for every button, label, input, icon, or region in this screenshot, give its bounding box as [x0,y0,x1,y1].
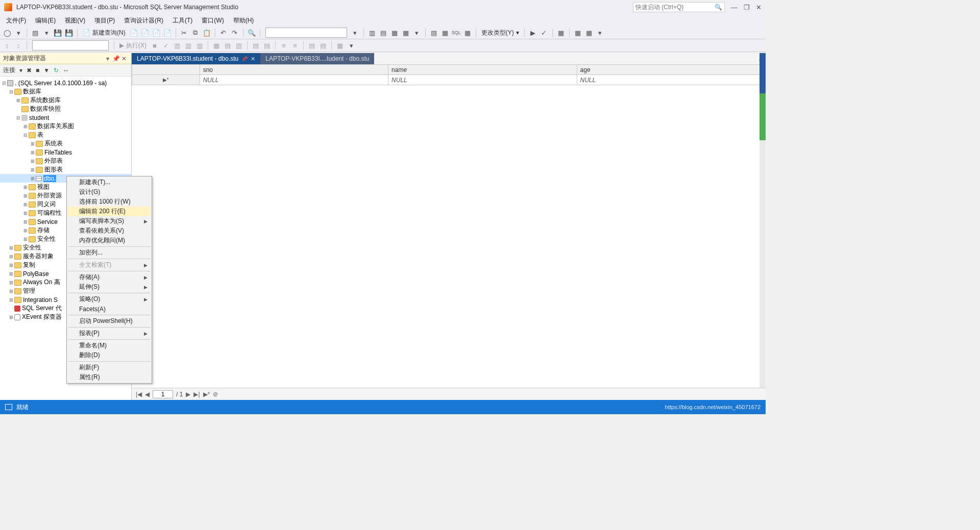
tree-student-db[interactable]: ⊟student [0,113,131,122]
pin-icon[interactable]: 📌 [241,56,248,62]
ctx-properties[interactable]: 属性(R) [68,372,151,382]
show-results-icon[interactable]: ▦ [462,28,473,38]
menu-file[interactable]: 文件(F) [6,16,26,25]
menu-view[interactable]: 视图(V) [65,16,85,25]
ctx-policies[interactable]: 策略(O)▶ [68,294,151,304]
col-name[interactable]: name [388,65,577,75]
undo-icon[interactable]: ↶ [218,28,229,38]
nav-next-icon[interactable]: ▶ [186,391,190,398]
search-icon[interactable]: 🔍 [715,4,722,11]
filter-icon[interactable]: ▼ [43,67,50,74]
panel-dropdown-icon[interactable]: ▾ [104,55,112,62]
tree-graph-tables[interactable]: ⊞图形表 [0,165,131,174]
mdx-query-icon[interactable]: 📄 [140,28,150,38]
ctx-view-deps[interactable]: 查看依赖关系(V) [68,226,151,236]
nav-back-icon[interactable]: ◯ [2,28,12,38]
db-engine-query-icon[interactable]: 📄 [129,28,139,38]
add-group-icon[interactable]: ▦ [556,28,566,38]
minimize-button[interactable]: — [731,4,738,11]
connect-label[interactable]: 连接 [3,66,15,74]
tab-inactive[interactable]: LAPTOP-VKP6B33I....tudent - dbo.stu [260,53,374,64]
ctx-storage[interactable]: 存储(A)▶ [68,272,151,282]
cut-icon[interactable]: ✂ [179,28,189,38]
sql-pane-icon[interactable]: ▦ [389,28,400,38]
restore-button[interactable]: ❐ [744,4,750,11]
show-grid-icon[interactable]: ▦ [440,28,450,38]
show-sql-icon[interactable]: SQL [451,28,461,38]
paste-icon[interactable]: 📋 [202,28,212,38]
run-sql-icon[interactable]: ▶ [528,28,538,38]
tree-server-root[interactable]: ⊟. (SQL Server 14.0.1000.169 - sa) [0,79,131,87]
vertical-scroll-strip[interactable] [760,53,766,388]
tree-db-snapshots[interactable]: 数据库快照 [0,105,131,113]
col-sno[interactable]: sno [200,65,388,75]
ctx-new-table[interactable]: 新建表(T)... [68,178,151,187]
show-diagram-icon[interactable]: ▧ [429,28,439,38]
open-icon[interactable]: ▾ [41,28,52,38]
nav-first-icon[interactable]: |◀ [136,391,142,398]
refresh-icon[interactable]: ↻ [54,67,59,74]
ctx-stretch[interactable]: 延伸(S)▶ [68,282,151,292]
menu-window[interactable]: 窗口(W) [202,16,224,25]
ctx-refresh[interactable]: 刷新(F) [68,363,151,372]
panel-close-icon[interactable]: ✕ [120,55,128,62]
connect-dropdown-icon[interactable]: ▾ [19,67,22,74]
sync-icon[interactable]: ↔ [63,67,69,74]
save-icon[interactable]: 💾 [64,28,74,38]
data-grid[interactable]: sno name age ▶* NULL NULL NULL [132,64,766,85]
ctx-powershell[interactable]: 启动 PowerShell(H) [68,316,151,326]
nav-fwd-icon[interactable]: ▾ [13,28,23,38]
tree-file-tables[interactable]: ⊞FileTables [0,148,131,157]
nav-new-icon[interactable]: ▶* [203,391,210,398]
toolbar2-overflow-icon[interactable]: ▾ [346,40,356,51]
ctx-reports[interactable]: 报表(P)▶ [68,329,151,338]
save-all-icon[interactable]: 💾 [53,28,63,38]
menu-help[interactable]: 帮助(H) [233,16,254,25]
diagram-pane-icon[interactable]: ▥ [367,28,377,38]
ctx-rename[interactable]: 重命名(M) [68,341,151,350]
tab-close-icon[interactable]: ✕ [251,56,255,62]
nav-cancel-icon[interactable]: ⊘ [213,391,218,398]
nav-prev-icon[interactable]: ◀ [145,391,150,398]
criteria-pane-icon[interactable]: ▤ [378,28,388,38]
ctx-script-table[interactable]: 编写表脚本为(S)▶ [68,216,151,226]
tree-external-tables[interactable]: ⊞外部表 [0,157,131,165]
menu-tools[interactable]: 工具(T) [173,16,192,25]
xmla-query-icon[interactable]: 📄 [162,28,173,38]
tree-sys-databases[interactable]: ⊞系统数据库 [0,96,131,105]
results-pane-icon[interactable]: ▦ [401,28,411,38]
nav-position-input[interactable] [153,390,173,398]
ctx-design[interactable]: 设计(G) [68,187,151,197]
menu-query-designer[interactable]: 查询设计器(R) [124,16,163,25]
tree-databases[interactable]: ⊟数据库 [0,87,131,96]
ctx-delete[interactable]: 删除(D) [68,350,151,360]
tab-active[interactable]: LAPTOP-VKP6B33I.student - dbo.stu 📌 ✕ [132,53,260,64]
nav-last-icon[interactable]: ▶| [193,391,200,398]
ctx-select-top[interactable]: 选择前 1000 行(W) [68,197,151,207]
verify-sql-icon[interactable]: ✓ [539,28,549,38]
redo-icon[interactable]: ↷ [230,28,240,38]
ctx-encrypt[interactable]: 加密列... [68,248,151,258]
table-row[interactable]: ▶* NULL NULL NULL [132,75,766,85]
ctx-facets[interactable]: Facets(A) [68,304,151,314]
stop-icon[interactable]: ■ [36,67,39,74]
col-age[interactable]: age [577,65,765,75]
copy-icon[interactable]: ⧉ [190,28,201,38]
add-derived-icon[interactable]: ▦ [584,28,594,38]
cell-name[interactable]: NULL [388,75,577,85]
tree-db-diagrams[interactable]: ⊞数据库关系图 [0,122,131,131]
grid-dropdown-icon[interactable]: ▾ [412,28,422,38]
new-project-icon[interactable]: ▧ [30,28,40,38]
new-query-button[interactable]: 📄 新建查询(N) [81,29,128,37]
disconnect-icon[interactable]: ✖ [27,67,32,74]
close-button[interactable]: ✕ [756,4,762,11]
toolbar-overflow-icon[interactable]: ▾ [595,28,605,38]
cell-sno[interactable]: NULL [200,75,388,85]
menu-edit[interactable]: 编辑(E) [35,16,56,25]
panel-pin-icon[interactable]: 📌 [112,55,120,62]
quick-launch-box[interactable]: 快速启动 (Ctrl+Q) 🔍 [633,2,725,12]
ctx-edit-top[interactable]: 编辑前 200 行(E) [68,207,151,216]
change-type-button[interactable]: 更改类型(Y) ▾ [479,29,521,37]
tree-sys-tables[interactable]: ⊞系统表 [0,139,131,148]
find-icon[interactable]: 🔍 [247,28,257,38]
